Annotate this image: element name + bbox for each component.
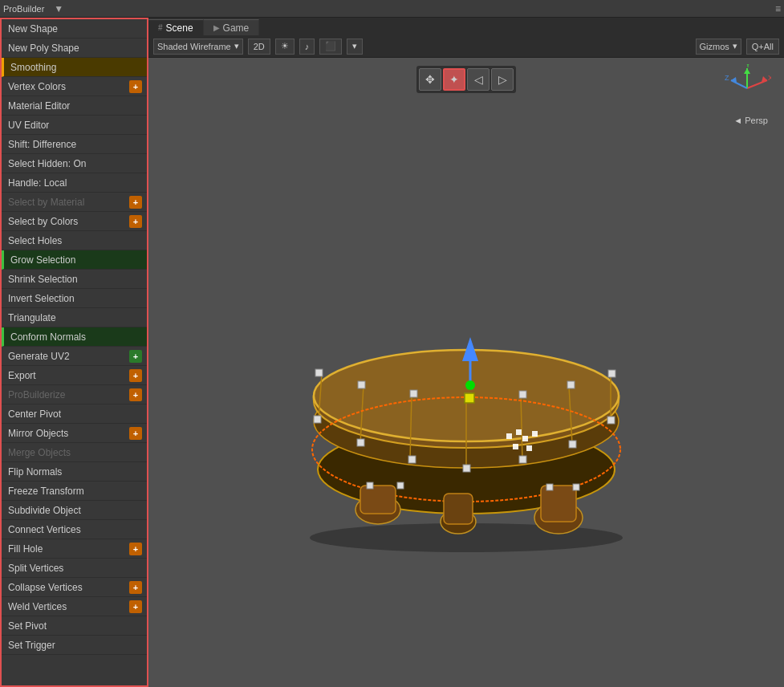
view-mode-dropdown[interactable]: Shaded Wireframe ▾ [153,39,243,55]
sidebar-item-mirror-objects[interactable]: Mirror Objects+ [2,424,147,443]
sidebar-item-uv-editor[interactable]: UV Editor [2,116,147,135]
bowl-3d-object [242,221,691,558]
sidebar-item-export[interactable]: Export+ [2,366,147,385]
probuilder-sidebar: New ShapeNew Poly ShapeSmoothingVertex C… [0,18,148,687]
sidebar-item-center-pivot[interactable]: Center Pivot [2,404,147,424]
menu-icon[interactable]: ≡ [775,3,781,14]
svg-rect-48 [367,482,373,489]
sidebar-item-probuilderize[interactable]: ProBuilderize+ [2,385,147,404]
sidebar-item-conform-normals[interactable]: Conform Normals [2,327,147,347]
sidebar-item-invert-selection[interactable]: Invert Selection [2,289,147,308]
sidebar-item-shrink-selection[interactable]: Shrink Selection [2,270,147,289]
plus-btn-vertex-colors[interactable]: + [129,80,142,93]
sidebar-item-weld-vertices[interactable]: Weld Vertices+ [2,597,147,616]
plus-btn-select-by-colors[interactable]: + [129,215,142,228]
sidebar-item-material-editor[interactable]: Material Editor [2,96,147,116]
sidebar-label-smoothing: Smoothing [10,62,142,73]
sidebar-item-fill-hole[interactable]: Fill Hole+ [2,539,147,559]
svg-rect-55 [516,429,522,435]
sidebar-item-set-trigger[interactable]: Set Trigger [2,636,147,655]
sidebar-item-handle-local[interactable]: Handle: Local [2,173,147,193]
sidebar-label-set-trigger: Set Trigger [8,640,142,651]
sidebar-item-set-pivot[interactable]: Set Pivot [2,616,147,636]
plus-btn-weld-vertices[interactable]: + [129,600,142,613]
sidebar-label-new-poly-shape: New Poly Shape [8,43,142,54]
display-btn[interactable]: ⬛ [319,39,342,55]
view-mode-label: Shaded Wireframe [157,42,231,51]
top-bar: ProBuilder ▼ ≡ [0,0,784,18]
sidebar-item-split-vertices[interactable]: Split Vertices [2,559,147,578]
sidebar-item-flip-normals[interactable]: Flip Normals [2,462,147,482]
sidebar-item-triangulate[interactable]: Triangulate [2,308,147,327]
svg-rect-51 [573,484,579,490]
tab-game[interactable]: ▶Game [204,19,260,35]
sidebar-item-subdivide-object[interactable]: Subdivide Object [2,501,147,520]
svg-rect-36 [358,381,365,388]
plus-btn-generate-uv2[interactable]: + [129,350,142,363]
plus-btn-probuilderize[interactable]: + [129,388,142,401]
plus-btn-fill-hole[interactable]: + [129,543,142,555]
sidebar-label-freeze-transform: Freeze Transform [8,486,142,497]
sidebar-label-collapse-vertices: Collapse Vertices [8,582,129,593]
sidebar-label-handle-local: Handle: Local [8,177,142,189]
axes-gizmo: X Y Z [723,64,771,112]
svg-rect-35 [315,369,323,376]
sidebar-label-subdivide-object: Subdivide Object [8,505,142,516]
svg-rect-41 [608,370,615,377]
tab-scene[interactable]: #Scene [148,19,204,35]
plus-btn-collapse-vertices[interactable]: + [129,581,142,594]
svg-rect-28 [314,416,321,423]
scene-toolbar: Shaded Wireframe ▾ 2D ☀ ♪ ⬛ ▾ Gizmos ▾ Q… [148,35,784,58]
2d-button[interactable]: 2D [248,39,270,55]
svg-rect-47 [444,494,473,524]
audio-btn[interactable]: ♪ [299,39,315,55]
collapse-icon[interactable]: ▼ [54,3,63,14]
view-mode-arrow: ▾ [234,41,239,51]
sidebar-label-grow-selection: Grow Selection [10,254,142,266]
sidebar-item-shift-difference[interactable]: Shift: Difference [2,135,147,154]
sidebar-label-shrink-selection: Shrink Selection [8,274,142,285]
sidebar-label-shift-difference: Shift: Difference [8,139,142,150]
sidebar-item-merge-objects[interactable]: Merge Objects [2,443,147,462]
sidebar-label-select-by-material: Select by Material [8,197,129,208]
sidebar-item-vertex-colors[interactable]: Vertex Colors+ [2,77,147,96]
float-btn-scale[interactable]: ▷ [491,68,514,91]
plus-btn-mirror-objects[interactable]: + [129,427,142,440]
perspective-label: ◄ Persp [733,116,768,125]
sidebar-label-set-pivot: Set Pivot [8,620,142,632]
more-btn[interactable]: ▾ [347,39,363,55]
plus-btn-select-by-material[interactable]: + [129,196,142,209]
float-btn-hand[interactable]: ✥ [419,68,441,91]
svg-rect-33 [569,441,576,448]
gizmos-dropdown[interactable]: Gizmos ▾ [696,39,741,55]
svg-rect-56 [506,433,512,439]
floating-transform-toolbar: ✥✦◁▷ [416,66,516,93]
sidebar-item-new-poly-shape[interactable]: New Poly Shape [2,39,147,58]
svg-line-6 [731,80,747,88]
sidebar-item-select-by-material[interactable]: Select by Material+ [2,193,147,212]
app-title: ProBuilder [3,4,44,14]
float-btn-rotate[interactable]: ◁ [467,68,489,91]
sidebar-label-uv-editor: UV Editor [8,120,142,131]
sidebar-item-collapse-vertices[interactable]: Collapse Vertices+ [2,578,147,597]
plus-btn-export[interactable]: + [129,369,142,382]
layer-btn[interactable]: Q+All [746,39,779,55]
sidebar-item-generate-uv2[interactable]: Generate UV2+ [2,347,147,366]
sidebar-label-weld-vertices: Weld Vertices [8,601,129,612]
sidebar-item-select-holes[interactable]: Select Holes [2,231,147,250]
sidebar-item-select-by-colors[interactable]: Select by Colors+ [2,212,147,231]
sidebar-item-freeze-transform[interactable]: Freeze Transform [2,482,147,501]
sidebar-item-connect-vertices[interactable]: Connect Vertices [2,520,147,539]
sidebar-item-grow-selection[interactable]: Grow Selection [2,250,147,270]
sidebar-label-select-holes: Select Holes [8,235,142,246]
sidebar-item-select-hidden-on[interactable]: Select Hidden: On [2,154,147,173]
sidebar-label-center-pivot: Center Pivot [8,409,142,420]
sidebar-label-new-shape: New Shape [8,23,142,35]
svg-rect-31 [463,465,470,472]
gizmos-label: Gizmos [700,42,729,51]
sidebar-item-new-shape[interactable]: New Shape [2,19,147,39]
float-btn-move[interactable]: ✦ [443,68,465,91]
sidebar-item-smoothing[interactable]: Smoothing [2,58,147,77]
sun-btn[interactable]: ☀ [275,39,295,55]
svg-point-60 [465,380,475,390]
